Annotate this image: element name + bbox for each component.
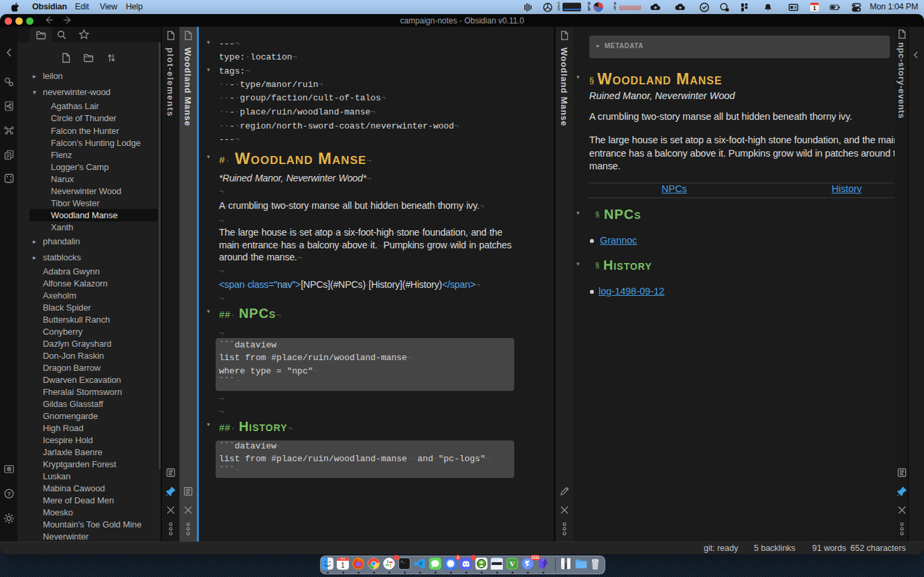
svg-text:1: 1 [813,5,816,11]
svg-text:V: V [510,560,515,568]
svg-text:?: ? [7,490,11,497]
svg-text:>_: >_ [400,560,405,564]
svg-text:MON: MON [341,558,345,560]
svg-text:1: 1 [341,562,345,569]
